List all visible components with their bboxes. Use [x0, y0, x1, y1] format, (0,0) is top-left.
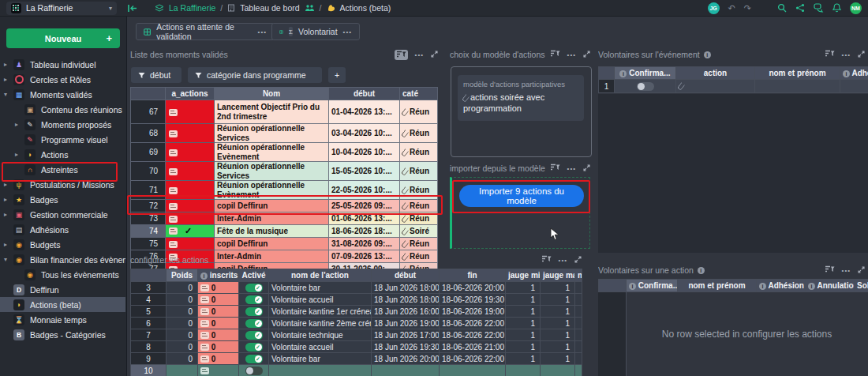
categorie-cell[interactable]: Réun	[400, 238, 438, 250]
sidebar-item-cercles-et-roles[interactable]: ▸Cercles et Rôles	[0, 72, 125, 87]
debut-cell[interactable]: 18 Jun 2026 19:30	[372, 341, 440, 353]
row-number[interactable]: 74	[131, 225, 166, 238]
column-header[interactable]: jauge maxi	[541, 269, 575, 282]
jauge-maxi-cell[interactable]: 1	[541, 318, 575, 329]
debut-cell[interactable]: 18 Jun 2026 18:00	[372, 294, 440, 306]
search-icon[interactable]	[777, 3, 787, 13]
tab-menu-icon[interactable]: •••	[258, 28, 267, 36]
sidebar-item-adhesions[interactable]: ▤Adhésions	[0, 222, 125, 237]
tab-volontariat[interactable]: Σ Volontariat •••	[271, 23, 360, 40]
chat-icon[interactable]	[814, 3, 824, 13]
chevron-right-icon[interactable]: ▸	[4, 61, 13, 68]
more-icon[interactable]: •••	[842, 267, 851, 274]
row-number[interactable]: 69	[131, 143, 166, 162]
categorie-cell[interactable]: Réun	[400, 100, 438, 124]
debut-cell[interactable]: 18 Jun 2026 19:00	[372, 318, 440, 329]
row-number[interactable]: 8	[131, 341, 166, 353]
a-actions-cell[interactable]	[166, 143, 215, 162]
column-header[interactable]: m	[575, 269, 582, 282]
debut-cell[interactable]: 10-04-2026 10:...	[329, 143, 400, 162]
cell[interactable]	[575, 318, 582, 329]
cell[interactable]	[575, 294, 582, 306]
sidebar-item-postulations-missions[interactable]: ▸ψPostulations / Missions	[0, 177, 125, 192]
column-header[interactable]: action	[676, 67, 755, 80]
fin-cell[interactable]	[440, 365, 506, 376]
chevron-right-icon[interactable]: ▸	[15, 151, 24, 158]
jauge-maxi-cell[interactable]: 1	[541, 282, 575, 294]
row-number[interactable]: 67	[131, 100, 166, 124]
debut-cell[interactable]: 18 Jun 2026 17:00	[372, 329, 440, 341]
debut-cell[interactable]: 31-08-2026 09:...	[329, 238, 400, 250]
action-name-cell[interactable]: Volontaire technique	[269, 329, 372, 341]
jauge-mini-cell[interactable]: 1	[506, 318, 541, 329]
debut-cell[interactable]	[372, 365, 440, 376]
poids-cell[interactable]: 0	[166, 329, 198, 341]
action-name-cell[interactable]: Volontaire bar	[269, 353, 372, 365]
expand-icon[interactable]	[858, 50, 865, 59]
sidebar-item-moments-proposes[interactable]: ▸✎Moments proposés	[0, 117, 125, 132]
sidebar-item-actions-beta[interactable]: ◗Actions (beta)	[0, 297, 125, 312]
filter-chip-debut[interactable]: début	[131, 67, 181, 83]
fin-cell[interactable]: 18-06-2026 19:00	[440, 306, 506, 318]
avatar[interactable]: NM	[850, 2, 862, 14]
inscrits-cell[interactable]: 0	[198, 353, 239, 365]
jauge-maxi-cell[interactable]: 1	[541, 353, 575, 365]
nom-cell[interactable]: Inter-Admin	[215, 212, 329, 225]
fin-cell[interactable]: 18-06-2026 22:00	[440, 353, 506, 365]
row-number[interactable]: 73	[131, 212, 166, 225]
a-actions-cell[interactable]	[166, 200, 215, 212]
more-icon[interactable]: •••	[567, 51, 576, 58]
add-filter-button[interactable]: +	[328, 67, 346, 83]
toggle-off[interactable]	[245, 367, 263, 375]
undo-icon[interactable]: ↶	[728, 4, 735, 13]
cell[interactable]	[575, 329, 582, 341]
action-name-cell[interactable]: Volontaire accueil	[269, 294, 372, 306]
row-number-header[interactable]	[599, 67, 615, 80]
toggle-on[interactable]	[245, 355, 263, 363]
active-cell[interactable]	[239, 329, 269, 341]
row-number[interactable]: 75	[131, 238, 166, 250]
nom-cell[interactable]: copil Deffirun	[215, 238, 329, 250]
jauge-mini-cell[interactable]	[506, 365, 541, 376]
sidebar-item-tableau-individuel[interactable]: ▸♟Tableau individuel	[0, 57, 125, 72]
active-cell[interactable]	[239, 365, 269, 376]
active-cell[interactable]	[239, 318, 269, 329]
column-header[interactable]: a_actions	[166, 88, 215, 100]
nom-cell[interactable]: Réunion opérationnelle Services	[215, 162, 329, 181]
more-icon[interactable]: •••	[559, 257, 567, 264]
jauge-maxi-cell[interactable]: 1	[541, 306, 575, 318]
fin-cell[interactable]: 18-06-2026 19:30	[440, 294, 506, 306]
column-header[interactable]: nom et prénom	[755, 67, 840, 80]
new-button[interactable]: Nouveau +	[6, 28, 120, 48]
breadcrumb-page[interactable]: Tableau de bord	[240, 3, 299, 13]
row-number-header[interactable]	[131, 269, 166, 282]
sidebar-item-badges-categories[interactable]: BBadges - Catégories	[0, 327, 125, 342]
jauge-mini-cell[interactable]: 1	[506, 306, 541, 318]
row-number[interactable]: 70	[131, 162, 166, 181]
sidebar-item-deffirun[interactable]: DDeffirun	[0, 282, 125, 297]
column-header[interactable]: jauge mini	[506, 269, 541, 282]
column-header[interactable]: Poids	[166, 269, 198, 282]
debut-cell[interactable]: 25-05-2026 09:...	[329, 200, 400, 212]
nom-cell[interactable]: Réunion opérationnelle Services	[215, 124, 329, 143]
row-number[interactable]: 6	[131, 318, 166, 329]
a-actions-cell[interactable]	[166, 238, 215, 250]
workspace-selector[interactable]: La Raffinerie ▾	[6, 2, 117, 15]
column-header[interactable]: nom et prénom	[678, 280, 757, 292]
row-number[interactable]: 3	[131, 282, 166, 294]
row-number[interactable]: 1	[599, 80, 615, 93]
toggle-on[interactable]	[245, 284, 263, 292]
expand-icon[interactable]	[574, 255, 582, 265]
jauge-mini-cell[interactable]: 1	[506, 341, 541, 353]
jauge-mini-cell[interactable]: 1	[506, 294, 541, 306]
jauge-mini-cell[interactable]: 1	[506, 353, 541, 365]
action-cell[interactable]	[676, 80, 755, 93]
toggle-off[interactable]	[637, 82, 654, 91]
a-actions-cell[interactable]	[166, 100, 215, 124]
more-icon[interactable]: •••	[842, 51, 851, 58]
fin-cell[interactable]: 18-06-2026 22:00	[440, 318, 506, 329]
expand-icon[interactable]	[583, 50, 590, 59]
inscrits-cell[interactable]: 0	[198, 282, 239, 294]
debut-cell[interactable]: 22-05-2026 10:...	[329, 181, 400, 200]
sidebar-item-budgets[interactable]: ▸◉Budgets	[0, 237, 125, 252]
